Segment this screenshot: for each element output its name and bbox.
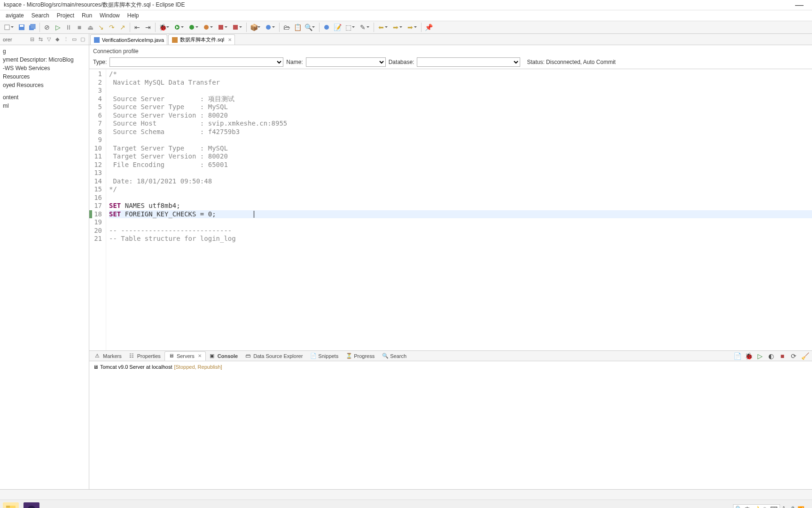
svg-rect-14	[172, 37, 178, 43]
disconnect-icon[interactable]: ⏏	[85, 22, 95, 32]
snippets-tab[interactable]: 📄Snippets	[306, 352, 342, 360]
dse-tab[interactable]: 🗃Data Source Explorer	[242, 352, 306, 360]
editor-tab-sql[interactable]: 数据库脚本文件.sql ✕	[168, 34, 235, 45]
editor-tabs: VerificationServiceImp.java 数据库脚本文件.sql …	[89, 34, 812, 45]
new-button[interactable]	[2, 22, 12, 32]
menu-navigate[interactable]: avigate	[2, 11, 28, 20]
last-edit-button[interactable]: ➡	[405, 22, 415, 32]
back-button[interactable]: ⬅	[376, 22, 386, 32]
menu-search[interactable]: Search	[28, 11, 53, 20]
search-tab[interactable]: 🔍Search	[378, 352, 410, 360]
resume-icon[interactable]: ▷	[53, 22, 63, 32]
server-start-debug-icon[interactable]: 🐞	[743, 351, 754, 361]
properties-tab[interactable]: ☷Properties	[125, 352, 164, 360]
tray-up-icon[interactable]: ˆ	[783, 506, 785, 508]
coverage-button[interactable]	[187, 22, 197, 32]
step-return-icon[interactable]: ↗	[117, 22, 128, 32]
pin-editor-icon[interactable]: 📌	[423, 22, 434, 32]
suspend-icon[interactable]: ⏸	[63, 22, 74, 32]
tree-node[interactable]: yment Descriptor: MicroBlog	[1, 56, 88, 64]
drop-frame-icon[interactable]: ⇤	[132, 22, 142, 32]
toggle-mark-icon[interactable]: ✎	[358, 22, 368, 32]
run-button[interactable]	[172, 22, 182, 32]
open-scrapbook-icon[interactable]: 📋	[292, 22, 303, 32]
tree-node[interactable]: ontent	[1, 93, 88, 102]
code-editor[interactable]: 123456789101112131415161718192021 /* Nav…	[89, 69, 812, 350]
tree-node[interactable]: -WS Web Services	[1, 64, 88, 72]
progress-tab[interactable]: ⏳Progress	[342, 352, 378, 360]
console-tab[interactable]: ▣Console	[206, 352, 242, 360]
svg-rect-13	[94, 37, 100, 43]
menu-window[interactable]: Window	[96, 11, 124, 20]
tree-node[interactable]: g	[1, 47, 88, 56]
run-last-button[interactable]	[201, 22, 211, 32]
minimize-button[interactable]: —	[790, 0, 808, 10]
open-task-icon[interactable]: 📝	[332, 22, 343, 32]
database-select[interactable]	[417, 57, 520, 67]
server-clean-icon[interactable]: 🧹	[800, 351, 810, 361]
tree-node[interactable]: ml	[1, 102, 88, 110]
step-into-icon[interactable]: ↘	[96, 22, 106, 32]
open-type-icon[interactable]	[321, 22, 332, 32]
markers-tab[interactable]: ⚠Markers	[91, 352, 125, 360]
server-start-icon[interactable]: ▷	[755, 351, 765, 361]
save-button[interactable]	[16, 22, 27, 32]
new-web-button[interactable]	[263, 22, 273, 32]
code-text[interactable]: /* Navicat MySQL Data Transfer Source Se…	[106, 69, 812, 350]
ime-indicator[interactable]: 🔍 中 🌙 ☺ ⌨	[733, 504, 780, 508]
close-view-icon[interactable]: ✕	[198, 353, 202, 358]
collapse-all-icon[interactable]: ⊟	[28, 35, 36, 44]
eclipse-app[interactable]	[23, 502, 39, 508]
svg-rect-0	[5, 25, 9, 30]
new-server-button[interactable]	[230, 22, 241, 32]
menu-project[interactable]: Project	[53, 11, 78, 20]
menu-run[interactable]: Run	[78, 11, 96, 20]
server-publish-icon[interactable]: ⟳	[789, 351, 799, 361]
server-entry[interactable]: 🖥 Tomcat v9.0 Server at localhost [Stopp…	[93, 363, 808, 371]
search-button[interactable]: 🔍	[303, 22, 313, 32]
minimize-view-icon[interactable]: ▭	[70, 35, 78, 44]
bottom-tabs: ⚠Markers ☷Properties 🖥Servers✕ ▣Console …	[89, 351, 812, 361]
terminate-icon[interactable]: ■	[74, 22, 85, 32]
ime-lang: 中	[745, 506, 750, 508]
ime-search-icon: 🔍	[735, 506, 742, 508]
view-menu-icon[interactable]: ⋮	[62, 35, 70, 44]
save-all-button[interactable]	[27, 22, 38, 32]
svg-rect-2	[20, 25, 23, 27]
tree-node[interactable]: oyed Resources	[1, 81, 88, 89]
servers-tab[interactable]: 🖥Servers✕	[164, 351, 206, 361]
new-java-button[interactable]: 📦	[249, 22, 259, 32]
server-icon: 🖥	[93, 364, 98, 370]
use-step-filters-icon[interactable]: ⇥	[143, 22, 153, 32]
skip-breakpoints-icon[interactable]: ⊘	[42, 22, 52, 32]
type-select[interactable]	[109, 57, 283, 67]
server-profile-icon[interactable]: ◐	[766, 351, 776, 361]
editor-tab-java[interactable]: VerificationServiceImp.java	[90, 34, 167, 45]
tray-volume-icon[interactable]: 🎤	[788, 506, 795, 508]
forward-button[interactable]: ➡	[390, 22, 401, 32]
focus-icon[interactable]: ◆	[53, 35, 62, 44]
servers-view-body: 🖥 Tomcat v9.0 Server at localhost [Stopp…	[89, 361, 812, 489]
tree-node[interactable]: Resources	[1, 72, 88, 81]
sql-file-icon	[172, 37, 178, 43]
maximize-view-icon[interactable]: ▢	[78, 35, 87, 44]
console-icon: ▣	[210, 353, 216, 359]
explorer-tree[interactable]: g yment Descriptor: MicroBlog -WS Web Se…	[0, 45, 89, 112]
link-editor-icon[interactable]: ⇆	[36, 35, 45, 44]
close-tab-icon[interactable]: ✕	[228, 37, 232, 42]
svg-point-7	[189, 25, 194, 30]
progress-icon: ⏳	[346, 353, 352, 359]
tray-wifi-icon[interactable]: 📶	[797, 506, 804, 508]
menu-help[interactable]: Help	[124, 11, 143, 20]
type-label: Type:	[93, 59, 107, 65]
name-select[interactable]	[306, 57, 386, 67]
debug-button[interactable]: 🐞	[157, 22, 168, 32]
ext-tools-button[interactable]	[216, 22, 226, 32]
toggle-breadcrumb-icon[interactable]: ⬚	[343, 22, 353, 32]
step-over-icon[interactable]: ↷	[107, 22, 117, 32]
filter-icon[interactable]: ▽	[45, 35, 53, 44]
server-stop-icon[interactable]: ■	[777, 351, 788, 361]
server-new-icon[interactable]: 📄	[732, 351, 742, 361]
new-connection-icon[interactable]: 🗁	[281, 22, 292, 32]
file-explorer-app[interactable]	[3, 502, 19, 508]
